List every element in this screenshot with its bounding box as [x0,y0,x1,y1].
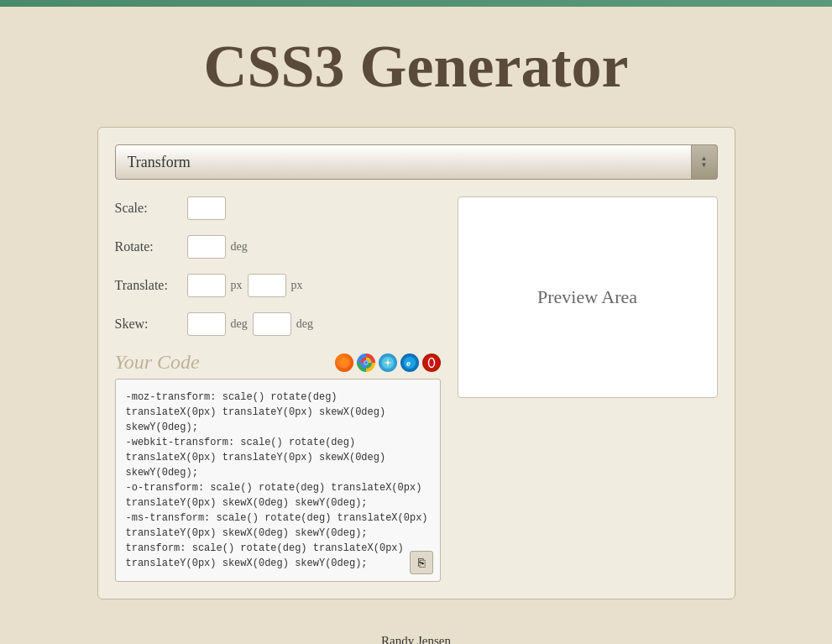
page-title: CSS3 Generator [204,32,629,102]
footer: Randy Jensen [364,616,468,644]
translate-label: Translate: [115,278,182,293]
preview-text: Preview Area [537,286,637,308]
skew-row: Skew: deg deg [115,312,441,336]
svg-point-3 [364,361,368,364]
top-bar [0,0,832,7]
translate-y-input[interactable] [248,274,286,297]
scale-row: Scale: [115,196,441,220]
transform-select[interactable]: Transform Border Radius Box Shadow Text … [115,144,718,180]
code-header: Your Code [115,351,441,374]
translate-x-unit: px [231,279,243,292]
translate-row: Translate: px px [115,274,441,297]
safari-icon[interactable] [379,353,397,372]
your-code-label: Your Code [115,351,200,374]
code-section: Your Code [115,351,441,582]
svg-text:e: e [406,359,411,368]
skew-x-unit: deg [231,317,248,331]
select-wrapper: Transform Border Radius Box Shadow Text … [115,144,718,180]
skew-y-unit: deg [296,317,313,331]
skew-y-input[interactable] [253,312,291,336]
chrome-icon[interactable] [357,353,375,372]
firefox-icon[interactable] [335,353,353,372]
scale-input[interactable] [187,196,226,220]
browser-icons: e [335,353,441,372]
rotate-label: Rotate: [115,239,182,254]
opera-icon[interactable] [422,353,441,372]
controls-section: Scale: Rotate: deg Translate: px px Skew… [115,196,441,582]
preview-area: Preview Area [458,196,718,398]
ie-icon[interactable]: e [400,353,419,372]
translate-x-input[interactable] [187,274,226,297]
translate-y-unit: px [291,279,303,292]
content-area: Scale: Rotate: deg Translate: px px Skew… [115,196,718,582]
scale-label: Scale: [115,201,182,216]
rotate-row: Rotate: deg [115,235,441,259]
main-panel: Transform Border Radius Box Shadow Text … [97,127,735,599]
rotate-unit: deg [231,240,248,254]
rotate-input[interactable] [187,235,226,259]
preview-section: Preview Area [458,196,718,582]
skew-label: Skew: [115,317,182,332]
skew-x-input[interactable] [187,312,226,336]
code-content: -moz-transform: scale() rotate(deg) tran… [126,390,430,571]
copy-button[interactable]: ⎘ [410,551,433,574]
author-link[interactable]: Randy Jensen [381,634,451,644]
code-box: -moz-transform: scale() rotate(deg) tran… [115,379,441,582]
